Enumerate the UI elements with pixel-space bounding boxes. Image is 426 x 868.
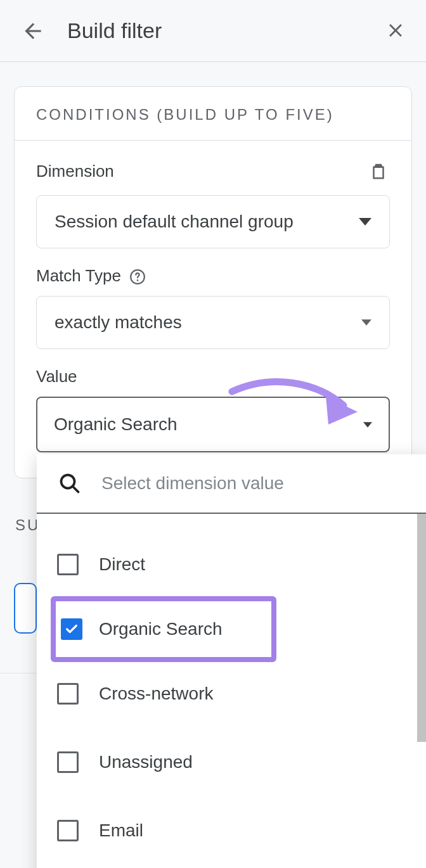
back-arrow-icon[interactable] [18,16,48,46]
checkbox[interactable] [57,683,79,705]
match-type-select[interactable]: exactly matches [36,296,390,349]
checkbox[interactable] [57,554,79,575]
conditions-card: Conditions (build up to five) Dimension … [14,86,412,478]
svg-line-3 [73,487,79,492]
caret-down-icon [363,422,372,428]
match-type-select-value: exactly matches [55,312,182,333]
delete-condition-icon[interactable] [367,160,390,182]
close-icon[interactable] [380,15,411,46]
checkbox[interactable] [57,820,79,841]
option-label: Unassigned [99,752,193,772]
dimension-select-value: Session default channel group [55,212,294,232]
dropdown-option[interactable]: Unassigned [37,728,426,796]
search-icon [57,471,82,496]
checkbox[interactable] [61,618,82,640]
svg-point-1 [137,279,139,281]
dropdown-search-placeholder: Select dimension value [101,473,284,494]
value-dropdown: Select dimension value DirectOrganic Sea… [37,454,426,868]
dropdown-option[interactable]: Cross-network [37,660,426,728]
caret-down-icon [361,319,371,326]
match-type-label: Match Type [36,266,390,286]
conditions-header: Conditions (build up to five) [15,87,411,141]
value-label: Value [36,367,390,386]
dropdown-options: DirectOrganic SearchCross-networkUnassig… [37,514,426,868]
option-label: Email [99,820,143,841]
option-label: Direct [99,554,145,575]
dimension-select[interactable]: Session default channel group [36,195,390,248]
help-icon[interactable] [129,269,146,285]
value-select-value: Organic Search [54,414,178,435]
conditions-section-label: Conditions (build up to five) [36,106,390,124]
scrollbar[interactable] [417,514,426,742]
checkbox[interactable] [57,751,79,773]
header: Build filter [0,0,426,62]
value-select[interactable]: Organic Search [36,397,390,452]
dropdown-option[interactable]: Organic Search [53,599,274,660]
dropdown-option[interactable]: Direct [37,530,426,599]
option-label: Cross-network [99,684,213,704]
caret-down-icon [359,218,371,226]
option-label: Organic Search [99,619,223,639]
dropdown-option[interactable]: Email [37,796,426,865]
apply-button-edge[interactable] [14,583,37,634]
dimension-label: Dimension [36,162,114,181]
dropdown-search-row[interactable]: Select dimension value [37,454,426,514]
page-title: Build filter [67,18,408,43]
